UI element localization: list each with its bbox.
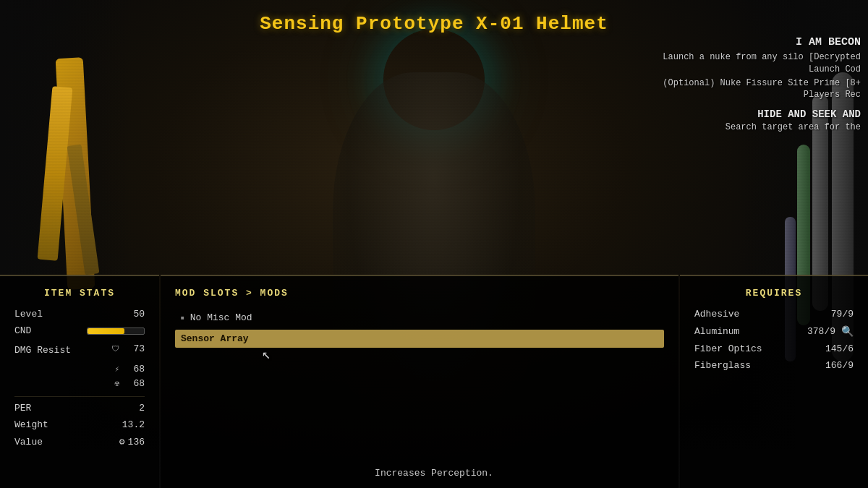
stats-panel: ITEM STATS Level 50 CND DMG Resist 🛡 73 … — [0, 275, 159, 488]
dmg-resist-group: 🛡 73 — [111, 343, 145, 358]
value-display: ⚙ 136 — [119, 436, 145, 448]
level-value: 50 — [133, 309, 145, 320]
cursor-indicator: ↖ — [262, 345, 664, 363]
weight-label: Weight — [14, 419, 48, 430]
cursor-arrow: ↖ — [262, 346, 271, 363]
quest2-title: HIDE AND SEEK AND — [637, 108, 861, 120]
mod-item-no-misc[interactable]: No Misc Mod — [175, 309, 664, 327]
quest1-title: I AM BECON — [637, 36, 861, 48]
dmg-resist-label: DMG Resist — [14, 345, 71, 356]
require-fiberoptics-value: 145/6 — [825, 343, 854, 354]
requires-panel-header: REQUIRES — [694, 288, 854, 299]
cnd-bar — [87, 328, 145, 335]
cnd-label: CND — [14, 325, 31, 336]
per-row: PER 2 — [14, 403, 145, 414]
quest1-desc1: Launch a nuke from any silo [Decrypted L… — [637, 51, 861, 76]
rad-resist-icon: ☢ — [114, 379, 119, 388]
require-adhesive-row: Adhesive 79/9 — [694, 309, 854, 320]
energy-resist-icon: ⚡ — [114, 364, 119, 374]
require-aluminum-row: Aluminum 378/9 🔍 — [694, 325, 854, 338]
item-title-area: Sensing Prototype X-01 Helmet — [260, 13, 608, 35]
cnd-bar-fill — [88, 328, 124, 334]
require-aluminum-value: 378/9 — [807, 326, 835, 337]
stats-divider — [14, 396, 145, 397]
value-label: Value — [14, 437, 43, 448]
mod-description-container: Increases Perception. — [375, 466, 493, 479]
stats-panel-header: ITEM STATS — [14, 288, 145, 299]
value-row: Value ⚙ 136 — [14, 436, 145, 448]
quest-panel: I AM BECON Launch a nuke from any silo [… — [637, 36, 868, 132]
value-number: 136 — [128, 437, 145, 448]
requires-panel: REQUIRES Adhesive 79/9 Aluminum 378/9 🔍 … — [680, 275, 868, 488]
rad-resist-value: 68 — [123, 378, 145, 389]
physical-resist-icon: 🛡 — [111, 344, 119, 354]
require-adhesive-label: Adhesive — [694, 309, 739, 320]
quest1-desc2: (Optional) Nuke Fissure Site Prime [8+ P… — [637, 77, 861, 102]
item-title: Sensing Prototype X-01 Helmet — [260, 13, 608, 35]
bottom-panels: ITEM STATS Level 50 CND DMG Resist 🛡 73 … — [0, 257, 868, 488]
require-fiberglass-value: 166/9 — [825, 360, 854, 371]
require-fiberglass-label: Fiberglass — [694, 360, 751, 371]
weight-row: Weight 13.2 — [14, 419, 145, 430]
quest2-desc: Search target area for the — [637, 122, 861, 132]
require-aluminum-label: Aluminum — [694, 326, 739, 337]
energy-resist-row: ⚡ 68 — [14, 364, 145, 374]
cnd-row: CND — [14, 325, 145, 336]
level-row: Level 50 — [14, 309, 145, 320]
mod-panel-header: MOD SLOTS > MODS — [175, 288, 664, 299]
weight-value: 13.2 — [122, 419, 145, 430]
require-fiberoptics-label: Fiber Optics — [694, 343, 762, 354]
require-adhesive-value: 79/9 — [831, 309, 854, 320]
mod-description: Increases Perception. — [375, 468, 493, 479]
search-icon[interactable]: 🔍 — [841, 325, 854, 338]
energy-resist-value: 68 — [123, 364, 145, 374]
physical-resist-value: 73 — [123, 343, 145, 354]
per-label: PER — [14, 403, 31, 414]
require-aluminum-value-group: 378/9 🔍 — [807, 325, 854, 338]
caps-icon: ⚙ — [119, 436, 125, 448]
require-fiberglass-row: Fiberglass 166/9 — [694, 360, 854, 371]
sensor-array-label: Sensor Array — [181, 333, 249, 344]
no-misc-label: No Misc Mod — [190, 312, 252, 323]
level-label: Level — [14, 309, 43, 320]
dmg-resist-row: DMG Resist 🛡 73 — [14, 342, 145, 358]
rad-resist-row: ☢ 68 — [14, 378, 145, 389]
require-fiberoptics-row: Fiber Optics 145/6 — [694, 343, 854, 354]
physical-resist-row: 🛡 73 — [111, 343, 145, 354]
mod-panel: MOD SLOTS > MODS No Misc Mod Sensor Arra… — [161, 275, 678, 488]
per-value: 2 — [139, 403, 145, 414]
